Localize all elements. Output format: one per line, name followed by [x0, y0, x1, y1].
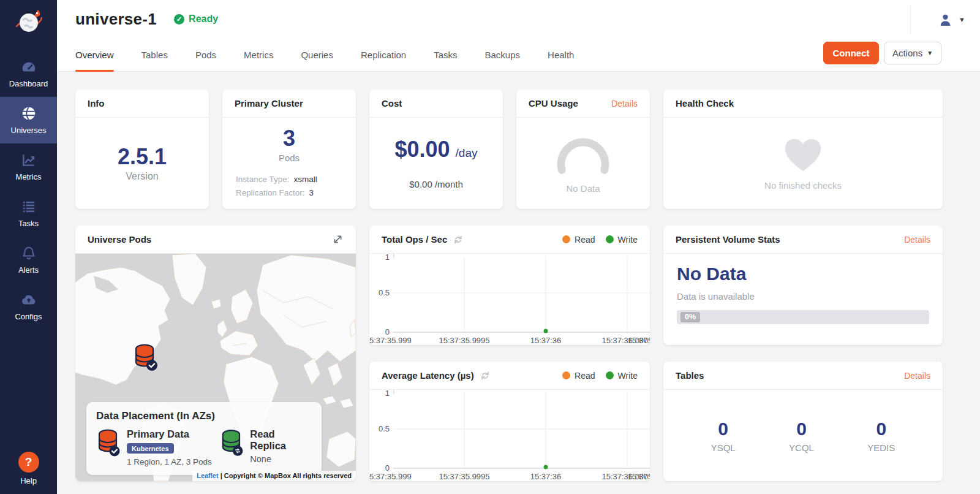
svg-text:15:37:: 15:37:: [628, 472, 650, 481]
pods-label: Pods: [279, 153, 300, 163]
card-title: Info: [88, 98, 105, 108]
legend-write: Write: [606, 371, 638, 381]
user-menu[interactable]: ▼: [910, 5, 965, 34]
status-badge: ✓ Ready: [174, 13, 218, 25]
sidebar-item-label: Metrics: [16, 172, 42, 181]
legend-read: Read: [562, 235, 595, 245]
tab-pods[interactable]: Pods: [195, 38, 216, 72]
sidebar-item-configs[interactable]: Configs: [0, 283, 57, 330]
instance-type-row: Instance Type:xsmall: [236, 175, 356, 184]
primary-data-detail: 1 Region, 1 AZ, 3 Pods: [127, 457, 212, 466]
chevron-down-icon: ▼: [959, 16, 965, 23]
yedis-label: YEDIS: [867, 443, 895, 453]
main-area: universe-1 ✓ Ready ▼ Overview Tables Pod…: [57, 0, 980, 494]
svg-text:5:37:35.999: 5:37:35.999: [369, 472, 412, 481]
svg-text:15:37:35.9995: 15:37:35.9995: [439, 472, 489, 481]
tab-tables[interactable]: Tables: [141, 38, 168, 72]
svg-text:0: 0: [385, 327, 390, 336]
persistent-volume-card: Persistent Volume Stats Details No Data …: [663, 226, 943, 345]
heart-icon: [783, 137, 823, 173]
yedis-count: 0: [876, 419, 886, 439]
cpu-usage-card: CPU Usage Details No Data: [516, 89, 650, 209]
card-title: Primary Cluster: [235, 98, 303, 108]
card-title: CPU Usage: [529, 98, 578, 108]
pods-count: 3: [283, 126, 295, 151]
card-title: Cost: [382, 98, 402, 108]
universe-pods-card: Universe Pods: [75, 226, 356, 481]
primary-database-icon: [96, 428, 121, 457]
volume-details-link[interactable]: Details: [904, 235, 930, 245]
svg-text:1: 1: [385, 390, 390, 398]
tab-tasks[interactable]: Tasks: [434, 38, 457, 72]
cost-per-month: $0.00 /month: [409, 179, 463, 189]
sidebar-item-label: Alerts: [18, 265, 39, 275]
leaflet-link[interactable]: Leaflet: [197, 472, 218, 479]
sidebar-item-universes[interactable]: Universes: [0, 97, 57, 143]
chart-canvas: 1 0.5 0 5:37:35.999 15:37:35.9995 15:37:…: [369, 254, 650, 345]
tab-backups[interactable]: Backups: [485, 38, 521, 72]
expand-icon[interactable]: [332, 234, 344, 245]
title-row: universe-1 ✓ Ready ▼: [57, 0, 980, 38]
svg-text:0.5: 0.5: [379, 424, 390, 433]
health-check-card: Health Check No finished checks: [663, 89, 943, 209]
sidebar-item-alerts[interactable]: Alerts: [0, 237, 57, 283]
sidebar-item-metrics[interactable]: Metrics: [0, 143, 57, 190]
write-dot-icon: [606, 235, 614, 243]
topbar: universe-1 ✓ Ready ▼ Overview Tables Pod…: [57, 0, 980, 72]
volume-progress-bar: 0%: [677, 310, 929, 324]
tab-health[interactable]: Health: [548, 38, 574, 72]
world-map[interactable]: Data Placement (In AZs) Primar: [75, 254, 356, 481]
sidebar-item-label: Dashboard: [9, 79, 48, 88]
tables-details-link[interactable]: Details: [904, 371, 930, 381]
replication-factor-row: Replication Factor:3: [236, 188, 356, 197]
svg-text:1: 1: [385, 254, 390, 262]
tab-overview[interactable]: Overview: [75, 38, 114, 72]
tab-replication[interactable]: Replication: [361, 38, 406, 72]
card-title: Health Check: [676, 98, 734, 108]
ycql-stat: 0 YCQL: [789, 419, 814, 453]
svg-text:15:37:36: 15:37:36: [530, 336, 562, 345]
card-title: Persistent Volume Stats: [676, 234, 780, 245]
chevron-down-icon: ▼: [927, 50, 933, 56]
refresh-icon[interactable]: [453, 235, 463, 245]
sidebar-item-help[interactable]: ? Help: [0, 452, 57, 485]
refresh-icon[interactable]: [480, 371, 490, 381]
user-icon: [938, 12, 953, 28]
app-logo[interactable]: [0, 0, 57, 44]
overview-content: Info 2.5.1 Version Primary Cluster 3 Pod…: [57, 72, 980, 481]
ysql-count: 0: [718, 419, 728, 439]
cost-card: Cost $0.00 /day $0.00 /month: [369, 89, 503, 209]
volume-subtitle: Data is unavailable: [677, 291, 755, 302]
check-circle-icon: ✓: [174, 14, 184, 25]
total-ops-plot: 1 0.5 0 5:37:35.999 15:37:35.9995 15:37:…: [369, 254, 650, 345]
tab-metrics[interactable]: Metrics: [244, 38, 273, 72]
data-placement-legend: Data Placement (In AZs) Primar: [86, 402, 322, 475]
svg-text:15:37:: 15:37:: [628, 336, 650, 345]
read-replica-legend: Read Replica None: [220, 428, 312, 466]
write-dot-icon: [606, 371, 614, 379]
legend-title: Data Placement (In AZs): [96, 410, 312, 422]
sidebar-item-dashboard[interactable]: Dashboard: [0, 50, 57, 97]
line-chart-icon: [21, 152, 37, 168]
replication-factor-key: Replication Factor:: [236, 188, 305, 197]
cpu-no-data-label: No Data: [566, 183, 600, 194]
attribution-text: | Copyright © MapBox All rights reserved: [221, 472, 352, 479]
total-ops-card: Total Ops / Sec Read Write: [369, 226, 650, 345]
yedis-stat: 0 YEDIS: [867, 419, 895, 453]
legend-read: Read: [562, 371, 595, 381]
help-icon: ?: [18, 452, 39, 473]
cpu-details-link[interactable]: Details: [611, 99, 638, 108]
connect-button[interactable]: Connect: [823, 42, 879, 64]
bell-icon: [21, 245, 37, 261]
average-latency-card: Average Latency (µs) Read Write: [369, 362, 650, 481]
svg-text:15:37:36: 15:37:36: [530, 472, 562, 481]
tab-queries[interactable]: Queries: [301, 38, 333, 72]
sidebar-item-label: Universes: [11, 126, 47, 135]
volume-percent-badge: 0%: [680, 312, 700, 322]
cloud-upload-icon: [21, 292, 37, 308]
svg-text:0: 0: [385, 463, 390, 473]
task-list-icon: [21, 199, 37, 215]
sidebar-item-tasks[interactable]: Tasks: [0, 190, 57, 237]
cost-per-day-unit: /day: [456, 146, 478, 160]
actions-button[interactable]: Actions ▼: [884, 42, 941, 64]
